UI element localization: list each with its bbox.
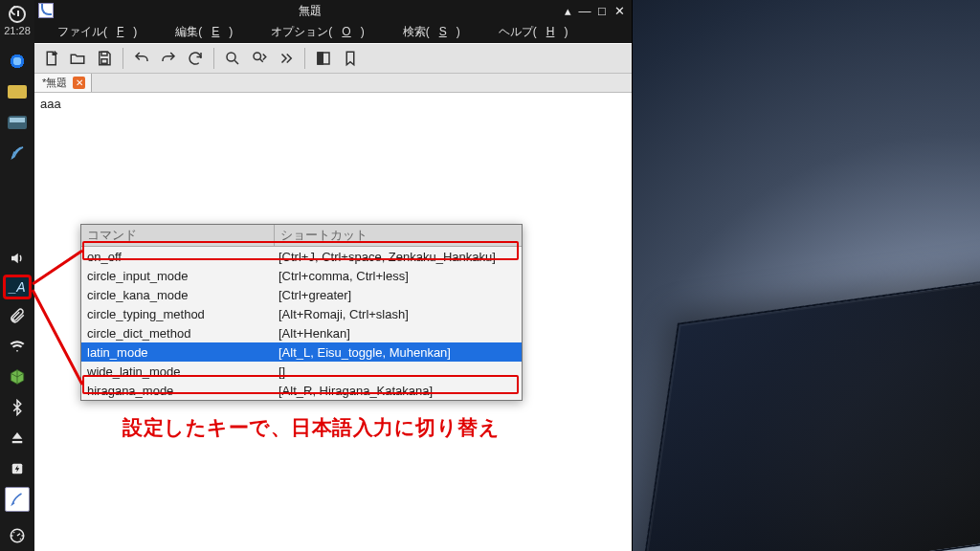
shortcut-command: circle_kana_mode [81, 288, 275, 302]
menu-option[interactable]: オプション(O) [252, 22, 383, 42]
new-file-button[interactable] [38, 46, 63, 71]
shortcut-keys: [Ctrl+J, Ctrl+space, Zenkaku_Hankaku] [275, 250, 496, 264]
redo-button[interactable] [156, 46, 181, 71]
editor-app-icon[interactable] [5, 141, 30, 165]
shortcut-keys: [Alt+Henkan] [275, 326, 350, 341]
shortcut-row[interactable]: wide_latin_mode[] [81, 362, 522, 381]
minimize-button[interactable]: — [576, 4, 593, 18]
files-icon[interactable] [5, 110, 30, 135]
shortcut-row[interactable]: circle_typing_method[Alt+Romaji, Ctrl+sl… [81, 304, 522, 323]
shortcut-table-header: コマンド ショートカット [81, 225, 522, 247]
wifi-icon[interactable] [5, 334, 30, 359]
shortcut-row[interactable]: circle_input_mode[Ctrl+comma, Ctrl+less] [81, 266, 522, 285]
svg-point-2 [55, 54, 56, 55]
shortcut-command: circle_dict_method [81, 326, 275, 341]
menu-edit[interactable]: 編集(E) [156, 22, 252, 42]
svg-rect-4 [101, 59, 107, 64]
shortcut-row[interactable]: circle_kana_mode[Ctrl+greater] [81, 285, 522, 304]
dashboard-icon[interactable] [5, 523, 30, 548]
shortcut-row[interactable]: hiragana_mode[Alt_R, Hiragana_Katakana] [81, 381, 522, 400]
refresh-button[interactable] [183, 46, 208, 71]
ime-highlight-box [3, 275, 32, 299]
col-command[interactable]: コマンド [81, 225, 275, 246]
panel-toggle-button[interactable] [311, 46, 336, 71]
shortcut-keys: [] [275, 364, 285, 379]
sound-icon[interactable] [5, 246, 30, 271]
maximize-button[interactable]: □ [593, 4, 611, 18]
shortcut-row[interactable]: latin_mode[Alt_L, Eisu_toggle, Muhenkan] [81, 342, 522, 362]
shortcut-command: circle_typing_method [81, 307, 275, 321]
bluetooth-icon[interactable] [5, 395, 30, 420]
undo-button[interactable] [129, 46, 154, 71]
taskbar: 21:28 _A [0, 0, 34, 551]
shortcut-command: circle_input_mode [81, 269, 275, 283]
open-file-button[interactable] [65, 46, 90, 71]
menu-search[interactable]: 検索(S) [384, 22, 479, 42]
clock-time[interactable]: 21:28 [4, 25, 31, 36]
app-icon [38, 3, 54, 18]
shortcut-settings-popup: コマンド ショートカット on_off[Ctrl+J, Ctrl+space, … [80, 224, 523, 401]
shortcut-keys: [Ctrl+greater] [275, 288, 351, 302]
tab-strip: *無題 ✕ [34, 74, 632, 93]
search-button[interactable] [220, 46, 245, 71]
tab-untitled[interactable]: *無題 ✕ [34, 74, 92, 92]
menu-file[interactable]: ファイル(F) [38, 22, 156, 42]
shortcut-command: wide_latin_mode [81, 364, 275, 379]
col-shortcut[interactable]: ショートカット [275, 225, 373, 246]
svg-point-6 [254, 53, 261, 60]
bookmark-button[interactable] [338, 46, 363, 71]
shortcut-row[interactable]: on_off[Ctrl+J, Ctrl+space, Zenkaku_Hanka… [81, 247, 522, 266]
menu-help[interactable]: ヘルプ(H) [479, 22, 588, 42]
annotation-text: 設定したキーで、日本語入力に切り替え [122, 414, 500, 441]
shortcut-keys: [Alt_L, Eisu_toggle, Muhenkan] [275, 345, 451, 360]
editor-text: aaa [40, 97, 61, 111]
titlebar[interactable]: 無題 ▴ — □ ✕ [34, 0, 632, 21]
menubar: ファイル(F) 編集(E) オプション(O) 検索(S) ヘルプ(H) [34, 21, 632, 43]
shortcut-command: hiragana_mode [81, 384, 275, 398]
close-button[interactable]: ✕ [611, 4, 628, 18]
app-icon-yellow[interactable] [5, 79, 30, 104]
shortcut-keys: [Ctrl+comma, Ctrl+less] [275, 269, 409, 283]
battery-icon[interactable] [5, 456, 30, 481]
chrome-icon[interactable] [5, 49, 30, 74]
shortcut-command: latin_mode [81, 345, 275, 360]
refresh-clock-icon[interactable] [9, 6, 26, 23]
svg-rect-3 [101, 52, 107, 55]
tab-label: *無題 [42, 76, 67, 90]
clip-icon[interactable] [5, 303, 30, 328]
rollup-button[interactable]: ▴ [559, 4, 576, 18]
editor-app-icon-2[interactable] [5, 487, 30, 512]
save-button[interactable] [92, 46, 117, 71]
svg-point-5 [227, 53, 235, 61]
svg-rect-8 [318, 53, 323, 64]
find-replace-button[interactable] [247, 46, 272, 71]
toolbar [34, 43, 632, 74]
shortcut-keys: [Alt+Romaji, Ctrl+slash] [275, 307, 409, 321]
cube-icon[interactable] [5, 364, 30, 389]
eject-icon[interactable] [5, 426, 30, 451]
shortcut-row[interactable]: circle_dict_method[Alt+Henkan] [81, 323, 522, 342]
more-button[interactable] [274, 46, 299, 71]
shortcut-keys: [Alt_R, Hiragana_Katakana] [275, 384, 433, 398]
shortcut-command: on_off [81, 250, 275, 264]
tab-close-icon[interactable]: ✕ [73, 77, 85, 89]
window-title: 無題 [61, 3, 559, 19]
